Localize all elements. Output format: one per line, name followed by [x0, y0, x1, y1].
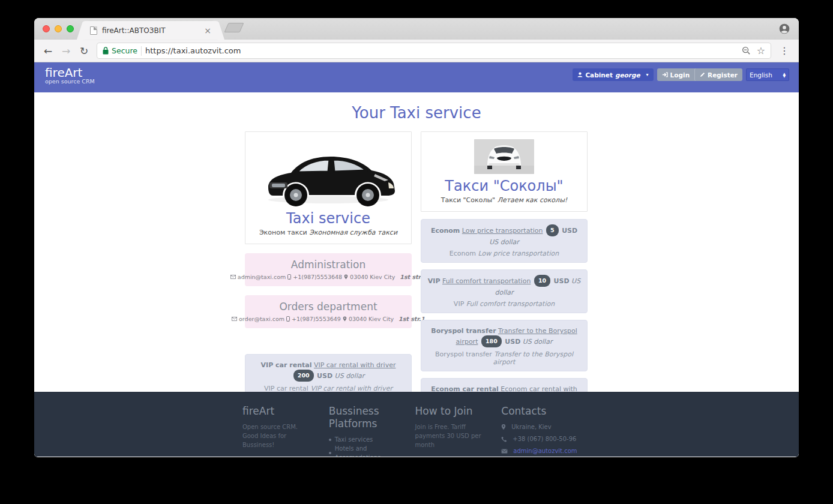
contact-email: admin@autozvit.com [501, 448, 583, 454]
map-pin-icon [343, 316, 347, 322]
auth-group: Login Register [657, 68, 742, 81]
tariff-description: Boryspol transfer Transfer to the Borysp… [426, 350, 582, 366]
price-badge: 10 [534, 275, 550, 287]
chevron-down-icon[interactable]: ▾ [646, 72, 649, 77]
tariff-link[interactable]: VIP car rental with driver [314, 361, 396, 369]
service-subtitle: Эконом такси Экономная служба такси [249, 229, 407, 236]
secure-indicator[interactable]: Secure [103, 46, 137, 55]
envelope-icon [232, 317, 237, 321]
price-badge: 180 [481, 335, 502, 347]
currency: USD [554, 277, 570, 285]
browser-toolbar: ← → ↻ Secure https://taxi.autozvit.com ☆… [34, 40, 799, 62]
currency-full: US dollar [523, 338, 553, 346]
lock-icon [103, 47, 109, 55]
tariff-description: VIP Full comfort transportation [426, 300, 582, 308]
footer-contacts-title: Contacts [501, 405, 583, 418]
tariff-link[interactable]: Full comfort transportation [442, 277, 531, 285]
administration-contacts: admin@taxi.com +1(987)5553648 03040 Kiev… [247, 274, 409, 280]
back-icon[interactable]: ← [40, 43, 56, 59]
sign-in-icon [662, 72, 668, 77]
site-brand[interactable]: fireArt open source CRM [45, 66, 95, 85]
envelope-icon [230, 275, 236, 279]
orders-email[interactable]: order@taxi.com [239, 316, 284, 322]
browser-menu-icon[interactable]: ⋮ [776, 45, 793, 56]
profile-icon[interactable] [778, 23, 790, 35]
login-button[interactable]: Login [657, 68, 695, 81]
envelope-icon [501, 449, 508, 454]
tariff-link[interactable]: Low price transportation [462, 227, 543, 235]
admin-address: 03040 Kiev City [350, 274, 395, 280]
service-title[interactable]: Taxi service [249, 210, 407, 227]
business-platforms-list: Taxi services Hotels and Accomodations P… [329, 435, 408, 457]
brand-subtitle: open source CRM [45, 78, 95, 85]
black-sedan-image [257, 138, 399, 209]
forward-icon[interactable]: → [58, 43, 74, 59]
orders-contacts: order@taxi.com +1(987)5553649 03040 Kiev… [247, 316, 409, 322]
white-car-image [474, 139, 534, 174]
currency: USD [505, 338, 520, 346]
tariff-name: Econom [431, 227, 460, 235]
cabinet-username: george [615, 71, 640, 79]
bullet-icon [329, 439, 331, 441]
administration-block: Administration admin@taxi.com +1(987)555… [245, 253, 412, 286]
brand-title[interactable]: fireArt [45, 66, 95, 79]
site-header: fireArt open source CRM Cabinet george ▾… [34, 62, 799, 92]
email-link[interactable]: admin@autozvit.com [513, 448, 577, 454]
taxi-service-card[interactable]: Taxi service Эконом такси Экономная служ… [245, 131, 412, 244]
currency-full: US dollar [489, 238, 519, 246]
tariff-name: VIP [428, 277, 441, 285]
service-title[interactable]: Такси "Соколы" [425, 178, 583, 194]
tariff-description: Econom Low price transportation [426, 250, 582, 257]
reload-icon[interactable]: ↻ [76, 43, 92, 59]
tariff-econom: Econom Low price transportation 5 USD US… [421, 219, 588, 263]
currency: USD [317, 372, 332, 380]
tariff-name: VIP car rental [261, 361, 312, 369]
divider [141, 46, 142, 56]
tab-close-icon[interactable]: × [204, 26, 211, 35]
phone-icon [287, 274, 291, 280]
url-text[interactable]: https://taxi.autozvit.com [145, 46, 738, 55]
zoom-out-icon[interactable] [742, 46, 751, 55]
price-badge: 200 [293, 370, 314, 382]
minimize-window-button[interactable] [55, 25, 62, 32]
language-select[interactable]: English ▲▼ [746, 68, 789, 81]
map-pin-icon [501, 424, 506, 430]
new-tab-button[interactable] [224, 23, 244, 32]
admin-phone: +1(987)5553648 [293, 274, 342, 280]
admin-email[interactable]: admin@taxi.com [238, 274, 286, 280]
phone-icon [286, 316, 290, 322]
list-item[interactable]: Hotels and Accomodations [329, 444, 408, 457]
header-actions: Cabinet george ▾ Login Register [573, 68, 789, 81]
footer-contacts-column: Contacts Ukraine, Kiev +38 (067) 800-50-… [501, 405, 591, 457]
list-item[interactable]: Taxi services [329, 435, 408, 444]
browser-tab[interactable]: fireArt::АВТОЗВІТ × [84, 21, 217, 40]
tab-title: fireArt::АВТОЗВІТ [102, 26, 204, 35]
footer-brand-text: Open source CRM. Good Ideas for Bussines… [242, 422, 308, 449]
contact-phone: +38 (067) 800-50-96 [501, 436, 583, 442]
sokoly-service-card[interactable]: Такси "Соколы" Такси "Соколы" Летаем как… [421, 131, 588, 212]
tariff-boryspol-transfer: Boryspol transfer Transfer to the Borysp… [421, 320, 588, 371]
window-controls [43, 25, 74, 32]
bookmark-star-icon[interactable]: ☆ [757, 45, 765, 56]
administration-title: Administration [247, 259, 409, 271]
address-bar[interactable]: Secure https://taxi.autozvit.com ☆ [97, 43, 771, 59]
select-arrows-icon: ▲▼ [783, 73, 786, 77]
contact-location: Ukraine, Kiev [501, 424, 583, 430]
tab-strip: fireArt::АВТОЗВІТ × [34, 18, 799, 40]
site-footer: fireArt Open source CRM. Good Ideas for … [34, 392, 799, 457]
page-icon [90, 26, 97, 35]
register-button[interactable]: Register [694, 68, 742, 81]
login-label: Login [670, 71, 690, 79]
page-title: Your Taxi service [34, 104, 799, 122]
browser-window: fireArt::АВТОЗВІТ × ← → ↻ Secure https:/ [34, 18, 799, 457]
tariff-vip: VIP Full comfort transportation 10 USD U… [421, 269, 588, 313]
phone-receiver-icon [501, 436, 507, 442]
footer-brand-title: fireArt [242, 405, 322, 418]
fullscreen-window-button[interactable] [67, 25, 74, 32]
close-window-button[interactable] [43, 25, 50, 32]
footer-business-column: Bussiness Platforms Taxi services Hotels… [329, 405, 415, 457]
orders-phone: +1(987)5553649 [292, 316, 341, 322]
addressbar-actions: ☆ [742, 45, 765, 56]
cabinet-button[interactable]: Cabinet george ▾ [573, 68, 653, 81]
register-label: Register [708, 71, 738, 79]
